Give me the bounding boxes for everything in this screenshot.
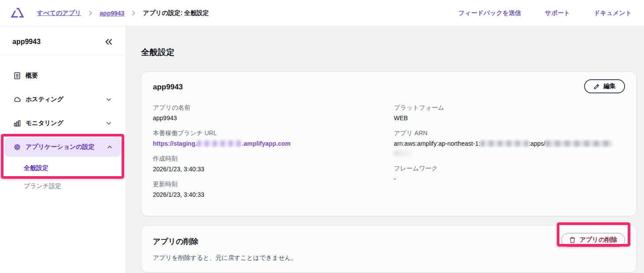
sidebar: app9943 概要 bbox=[0, 26, 126, 273]
redacted-account-id bbox=[480, 140, 529, 147]
send-feedback-link[interactable]: フィードバックを送信 bbox=[459, 9, 521, 17]
field-app-arn: アプリ ARN arn:aws:amplify:ap-northeast-1::… bbox=[394, 129, 625, 158]
delete-warning-text: アプリを削除すると、元に戻すことはできません。 bbox=[153, 254, 625, 262]
field-label: 本番稼働ブランチ URL bbox=[153, 129, 384, 138]
edit-button-label: 編集 bbox=[603, 82, 616, 90]
main-content: 全般設定 app9943 編集 アプリの名 bbox=[126, 26, 644, 273]
delete-card-header: アプリの削除 アプリの削除 bbox=[153, 233, 625, 247]
sidebar-item-label: アプリケーションの設定 bbox=[26, 143, 95, 151]
sidebar-item-branch-settings[interactable]: ブランチ設定 bbox=[0, 177, 126, 195]
page-title: 全般設定 bbox=[141, 47, 637, 58]
field-platform: プラットフォーム WEB bbox=[394, 103, 625, 123]
bar-chart-icon bbox=[13, 119, 21, 127]
app-fields-grid: アプリの名前 app9943 本番稼働ブランチ URL https://stag… bbox=[153, 103, 625, 205]
field-label: アプリ ARN bbox=[394, 129, 625, 138]
sidebar-menu: 概要 ホスティング bbox=[0, 55, 126, 195]
app-card-title: app9943 bbox=[153, 79, 183, 92]
app-info-card: app9943 編集 アプリの名前 app9943 bbox=[141, 71, 637, 216]
top-header: すべてのアプリ app9943 アプリの設定: 全般設定 フィードバックを送信 … bbox=[0, 0, 644, 26]
sidebar-item-overview[interactable]: 概要 bbox=[0, 64, 126, 88]
breadcrumb-current-page: アプリの設定: 全般設定 bbox=[143, 9, 209, 17]
documentation-link[interactable]: ドキュメント bbox=[594, 9, 632, 17]
chevron-down-icon bbox=[105, 96, 112, 103]
sidebar-item-app-settings[interactable]: アプリケーションの設定 bbox=[4, 137, 121, 157]
sidebar-item-label: ホスティング bbox=[26, 96, 63, 103]
field-label: 作成時刻 bbox=[153, 154, 384, 163]
cloud-icon bbox=[13, 96, 21, 103]
document-icon bbox=[13, 72, 21, 80]
delete-button-label: アプリの削除 bbox=[580, 236, 617, 244]
fields-right-column: プラットフォーム WEB アプリ ARN arn:aws:amplify:ap-… bbox=[394, 103, 625, 205]
field-value: https://staging..amplifyapp.com bbox=[153, 139, 384, 148]
chevron-down-icon bbox=[105, 120, 112, 127]
redacted-url-segment bbox=[197, 140, 242, 147]
sidebar-item-label: モニタリング bbox=[26, 119, 63, 127]
field-label: フレームワーク bbox=[394, 164, 625, 173]
chevron-right-icon bbox=[87, 10, 93, 16]
collapse-sidebar-icon[interactable] bbox=[104, 38, 113, 46]
prod-branch-url-link[interactable]: https://staging..amplifyapp.com bbox=[153, 140, 291, 147]
breadcrumb-all-apps[interactable]: すべてのアプリ bbox=[37, 9, 81, 17]
sidebar-item-monitoring[interactable]: モニタリング bbox=[0, 111, 126, 135]
delete-app-button[interactable]: アプリの削除 bbox=[561, 233, 625, 247]
sidebar-header: app9943 bbox=[0, 26, 126, 55]
amplify-console-page: すべてのアプリ app9943 アプリの設定: 全般設定 フィードバックを送信 … bbox=[0, 0, 644, 273]
amplify-logo-icon[interactable] bbox=[10, 7, 24, 19]
gear-icon bbox=[13, 143, 21, 151]
trash-icon bbox=[569, 236, 576, 243]
field-value: app9943 bbox=[153, 113, 384, 123]
pencil-icon bbox=[593, 83, 600, 90]
delete-card-title: アプリの削除 bbox=[153, 233, 199, 247]
field-label: プラットフォーム bbox=[394, 103, 625, 112]
field-app-name: アプリの名前 app9943 bbox=[153, 103, 384, 123]
delete-app-card: アプリの削除 アプリの削除 アプリを削除すると、元に戻すことはできません。 bbox=[141, 225, 637, 273]
field-value: WEB bbox=[394, 113, 625, 123]
sidebar-item-label: 概要 bbox=[26, 72, 38, 80]
sidebar-item-hosting[interactable]: ホスティング bbox=[0, 88, 126, 111]
redacted-app-id-fade bbox=[394, 150, 412, 156]
breadcrumb: すべてのアプリ app9943 アプリの設定: 全般設定 bbox=[37, 9, 209, 17]
sidebar-subitem-label: ブランチ設定 bbox=[24, 182, 61, 190]
fields-left-column: アプリの名前 app9943 本番稼働ブランチ URL https://stag… bbox=[153, 103, 384, 205]
field-value: - bbox=[394, 174, 625, 184]
field-value: arn:aws:amplify:ap-northeast-1::apps/ bbox=[394, 139, 625, 158]
field-value: 2026/1/23, 3:40:33 bbox=[153, 164, 384, 174]
breadcrumb-app-name[interactable]: app9943 bbox=[100, 10, 124, 17]
edit-button[interactable]: 編集 bbox=[584, 79, 625, 93]
field-value: 2026/1/23, 3:40:33 bbox=[153, 190, 384, 199]
sidebar-subitem-label: 全般設定 bbox=[24, 164, 48, 172]
field-framework: フレームワーク - bbox=[394, 164, 625, 184]
field-updated-time: 更新時刻 2026/1/23, 3:40:33 bbox=[153, 180, 384, 199]
field-created-time: 作成時刻 2026/1/23, 3:40:33 bbox=[153, 154, 384, 174]
chevron-up-icon bbox=[106, 144, 113, 151]
app-card-header: app9943 編集 bbox=[153, 79, 625, 93]
field-label: 更新時刻 bbox=[153, 180, 384, 189]
chevron-right-icon bbox=[130, 10, 137, 16]
header-links: フィードバックを送信 サポート ドキュメント bbox=[459, 9, 632, 17]
sidebar-app-title: app9943 bbox=[12, 38, 41, 46]
redacted-app-id bbox=[545, 140, 612, 147]
support-link[interactable]: サポート bbox=[545, 9, 570, 17]
sidebar-item-general-settings[interactable]: 全般設定 bbox=[0, 159, 126, 177]
field-label: アプリの名前 bbox=[153, 103, 384, 112]
field-prod-branch-url: 本番稼働ブランチ URL https://staging..amplifyapp… bbox=[153, 129, 384, 148]
